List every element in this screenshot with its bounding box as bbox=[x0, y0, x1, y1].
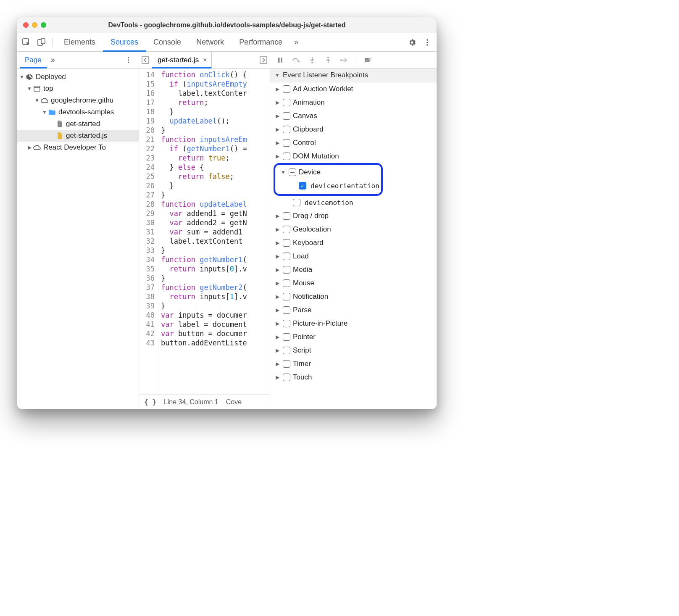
tab-elements[interactable]: Elements bbox=[56, 33, 103, 52]
checkbox[interactable] bbox=[283, 112, 290, 120]
bp-category-label: Geolocation bbox=[293, 225, 331, 234]
svg-rect-9 bbox=[34, 86, 40, 91]
checkbox[interactable] bbox=[283, 99, 290, 106]
step-over-icon[interactable] bbox=[291, 55, 301, 65]
breakpoint-category-list: ▶Ad Auction Worklet▶Animation▶Canvas▶Cli… bbox=[270, 82, 437, 384]
checkbox[interactable] bbox=[283, 266, 290, 274]
zoom-window-button[interactable] bbox=[41, 22, 46, 28]
checkbox[interactable] bbox=[283, 212, 290, 220]
bp-category-dom-mutation[interactable]: ▶DOM Mutation bbox=[270, 150, 437, 163]
bp-category-touch[interactable]: ▶Touch bbox=[270, 371, 437, 384]
bp-category-parse[interactable]: ▶Parse bbox=[270, 303, 437, 317]
checkbox[interactable] bbox=[289, 168, 296, 176]
checkbox[interactable] bbox=[283, 360, 290, 368]
checkbox[interactable] bbox=[283, 320, 290, 327]
bp-category-mouse[interactable]: ▶Mouse bbox=[270, 276, 437, 290]
step-out-icon[interactable] bbox=[323, 55, 333, 65]
checkbox[interactable] bbox=[283, 253, 290, 260]
tree-file-html[interactable]: get-started bbox=[17, 118, 139, 130]
code-area[interactable]: 1415161718192021222324252627282930313233… bbox=[139, 68, 270, 395]
checkbox[interactable] bbox=[293, 199, 300, 206]
titlebar: DevTools - googlechrome.github.io/devtoo… bbox=[17, 17, 437, 33]
checkbox[interactable] bbox=[283, 347, 290, 354]
bp-category-drag-drop[interactable]: ▶Drag / drop bbox=[270, 209, 437, 223]
bp-category-keyboard[interactable]: ▶Keyboard bbox=[270, 236, 437, 250]
device-toolbar-icon[interactable] bbox=[34, 35, 49, 50]
tree-origin[interactable]: ▼ googlechrome.githu bbox=[17, 95, 139, 106]
checkbox[interactable] bbox=[283, 293, 290, 300]
tab-network[interactable]: Network bbox=[189, 33, 232, 52]
bp-category-geolocation[interactable]: ▶Geolocation bbox=[270, 223, 437, 236]
tree-folder[interactable]: ▼ devtools-samples bbox=[17, 106, 139, 118]
tab-performance[interactable]: Performance bbox=[232, 33, 290, 52]
settings-gear-icon[interactable] bbox=[405, 35, 420, 50]
bp-category-canvas[interactable]: ▶Canvas bbox=[270, 109, 437, 123]
navigator-tabs: Page » bbox=[17, 52, 139, 68]
bp-category-label: Drag / drop bbox=[293, 212, 329, 220]
chevron-right-icon: ▶ bbox=[274, 126, 280, 132]
checkbox[interactable] bbox=[283, 333, 290, 341]
devtools-window: DevTools - googlechrome.github.io/devtoo… bbox=[17, 17, 437, 409]
checkbox[interactable]: ✓ bbox=[299, 182, 306, 190]
tree-extension[interactable]: ▶ React Developer To bbox=[17, 142, 139, 153]
inspect-element-icon[interactable] bbox=[19, 35, 34, 50]
pretty-print-icon[interactable]: { } bbox=[144, 398, 156, 406]
bp-category-animation[interactable]: ▶Animation bbox=[270, 96, 437, 109]
bp-category-load[interactable]: ▶Load bbox=[270, 250, 437, 263]
bp-category-control[interactable]: ▶Control bbox=[270, 136, 437, 150]
bp-event-devicemotion[interactable]: devicemotion bbox=[270, 196, 437, 209]
nav-tab-page[interactable]: Page bbox=[20, 52, 47, 68]
kebab-menu-icon[interactable] bbox=[420, 35, 435, 50]
bp-category-ad-auction-worklet[interactable]: ▶Ad Auction Worklet bbox=[270, 82, 437, 96]
bp-category-device[interactable]: ▼Device bbox=[276, 166, 379, 179]
checkbox[interactable] bbox=[283, 306, 290, 314]
chevron-right-icon: ▶ bbox=[274, 213, 280, 219]
nav-kebab-icon[interactable] bbox=[121, 53, 136, 68]
bp-category-media[interactable]: ▶Media bbox=[270, 263, 437, 276]
bp-category-pointer[interactable]: ▶Pointer bbox=[270, 330, 437, 344]
tree-deployed[interactable]: ▼ Deployed bbox=[17, 71, 139, 83]
bp-category-script[interactable]: ▶Script bbox=[270, 344, 437, 357]
nav-more-button[interactable]: » bbox=[47, 55, 59, 64]
deactivate-breakpoints-icon[interactable] bbox=[363, 55, 373, 65]
nav-back-icon[interactable] bbox=[139, 56, 152, 64]
nav-forward-icon[interactable] bbox=[257, 56, 270, 64]
editor-tab[interactable]: get-started.js × bbox=[152, 52, 212, 68]
bp-category-clipboard[interactable]: ▶Clipboard bbox=[270, 123, 437, 136]
event-listener-breakpoints-header[interactable]: ▼ Event Listener Breakpoints bbox=[270, 68, 437, 82]
step-icon[interactable] bbox=[339, 55, 349, 65]
checkbox[interactable] bbox=[283, 226, 290, 233]
bp-category-label: Media bbox=[293, 266, 312, 274]
tree-label: Deployed bbox=[36, 73, 66, 81]
bp-category-timer[interactable]: ▶Timer bbox=[270, 357, 437, 371]
bp-event-deviceorientation[interactable]: ✓deviceorientation bbox=[276, 179, 379, 192]
bp-category-label: Ad Auction Worklet bbox=[293, 85, 353, 93]
line-gutter: 1415161718192021222324252627282930313233… bbox=[139, 68, 158, 395]
tab-console[interactable]: Console bbox=[146, 33, 189, 52]
tree-top[interactable]: ▼ top bbox=[17, 83, 139, 95]
close-window-button[interactable] bbox=[23, 22, 29, 28]
checkbox[interactable] bbox=[283, 85, 290, 93]
step-into-icon[interactable] bbox=[307, 55, 317, 65]
more-tabs-button[interactable]: » bbox=[290, 38, 303, 47]
close-tab-icon[interactable]: × bbox=[203, 56, 207, 64]
checkbox[interactable] bbox=[283, 279, 290, 287]
editor-tabs: get-started.js × bbox=[139, 52, 270, 68]
tree-file-js[interactable]: get-started.js bbox=[17, 130, 139, 142]
editor-statusbar: { } Line 34, Column 1 Cove bbox=[139, 395, 270, 409]
chevron-right-icon: ▶ bbox=[274, 334, 280, 340]
section-title: Event Listener Breakpoints bbox=[283, 71, 368, 79]
tab-sources[interactable]: Sources bbox=[103, 33, 146, 52]
checkbox[interactable] bbox=[283, 153, 290, 160]
chevron-down-icon: ▼ bbox=[274, 72, 280, 78]
bp-category-notification[interactable]: ▶Notification bbox=[270, 290, 437, 303]
pause-icon[interactable] bbox=[275, 55, 285, 65]
checkbox[interactable] bbox=[283, 126, 290, 133]
minimize-window-button[interactable] bbox=[32, 22, 37, 28]
bp-category-picture-in-picture[interactable]: ▶Picture-in-Picture bbox=[270, 317, 437, 330]
svg-rect-13 bbox=[278, 58, 280, 63]
checkbox[interactable] bbox=[283, 374, 290, 381]
bp-category-label: Picture-in-Picture bbox=[293, 319, 347, 328]
checkbox[interactable] bbox=[283, 139, 290, 147]
checkbox[interactable] bbox=[283, 239, 290, 247]
